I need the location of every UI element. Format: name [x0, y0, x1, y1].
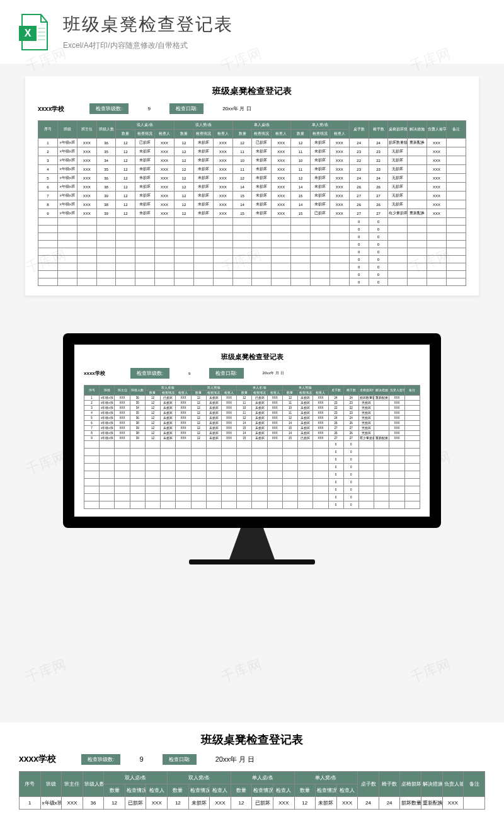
table-row: 5x年级x班XXX3612未损坏XXX12未损坏XXX12未损坏XXX12未损坏… — [84, 416, 420, 421]
table-row: 00 — [84, 471, 420, 479]
table-row: 8x年级x班XXX3812未损坏XXX12未损坏XXX14未损坏XXX14未损坏… — [84, 431, 420, 436]
table-row: 6x年级x班XXX3812未损坏XXX12未损坏XXX14未损坏XXX14未损坏… — [38, 183, 466, 192]
check-class-value: 9 — [127, 755, 156, 763]
table-row: 3x年级x班XXX3412未损坏XXX12未损坏XXX10未损坏XXX10未损坏… — [84, 406, 420, 411]
table-row: 00 — [84, 449, 420, 456]
check-date-value: 20xx年 月 日 — [250, 370, 297, 376]
excel-icon: X — [19, 13, 50, 51]
table-row: 5x年级x班XXX3612未损坏XXX12未损坏XXX12未损坏XXX12未损坏… — [38, 174, 466, 183]
school-name: xxxx学校 — [19, 753, 56, 765]
info-row: xxxx学校 检查班级数: 9 检查日期: 20xx年 月 日 — [84, 368, 420, 379]
table-row: 00 — [38, 248, 466, 256]
table-row: 00 — [38, 271, 466, 278]
table-row: 1x年级x班XXX3612已损坏XXX12未损坏XXX12已损坏XXX12未损坏… — [38, 139, 466, 147]
page-subtitle: Excel/A4打印/内容随意修改/自带格式 — [63, 40, 233, 51]
table-row: 7x年级x班XXX3912未损坏XXX12未损坏XXX15未损坏XXX15未损坏… — [38, 192, 466, 200]
table-row: 1x年级x班XXX3612已损坏XXX12未损坏XXX12已损坏XXX12未损坏… — [84, 396, 420, 401]
table-row: 00 — [84, 456, 420, 464]
check-date-badge: 检查日期: — [169, 103, 203, 114]
table-row: 2x年级x班XXX3512未损坏XXX12未损坏XXX11未损坏XXX11未损坏… — [84, 401, 420, 406]
check-date-value: 20xx年 月 日 — [210, 105, 263, 112]
table-row: 9x年级x班XXX3912未损坏XXX12未损坏XXX15未损坏XXX15已损坏… — [84, 436, 420, 441]
table-row: 00 — [84, 441, 420, 449]
table-row: 3x年级x班XXX3412未损坏XXX12未损坏XXX10未损坏XXX10未损坏… — [38, 156, 466, 165]
table-row: 00 — [84, 464, 420, 471]
svg-text:X: X — [25, 28, 32, 38]
watermark: 千库网 — [219, 655, 264, 687]
table-row: 00 — [38, 218, 466, 226]
main-table: 序号班级班主任班级人数双人桌/条双人凳/条单人桌/条单人凳/条桌子数椅子数桌椅损… — [38, 120, 466, 286]
table-row: 2x年级x班XXX3512未损坏XXX12未损坏XXX11未损坏XXX11未损坏… — [38, 147, 466, 156]
table-row: 4x年级x班XXX3512未损坏XXX12未损坏XXX11未损坏XXX11未损坏… — [84, 411, 420, 416]
check-date-badge: 检查日期: — [163, 754, 197, 765]
watermark: 千库网 — [23, 655, 69, 687]
table-row: 6x年级x班XXX3812未损坏XXX12未损坏XXX14未损坏XXX14未损坏… — [84, 421, 420, 426]
page-header: X 班级桌凳检查登记表 Excel/A4打印/内容随意修改/自带格式 — [0, 0, 504, 64]
doc-title: 班级桌凳检查登记表 — [84, 352, 420, 362]
table-row: 00 — [38, 226, 466, 233]
table-row: 9x年级x班XXX3912未损坏XXX12未损坏XXX15未损坏XXX15已损坏… — [38, 209, 466, 218]
check-class-value: 9 — [135, 106, 163, 112]
table-row: 1x年级x班XXX3612已损坏XXX12未损坏XXX12已损坏XXX12未损坏… — [20, 797, 485, 810]
table-row: 7x年级x班XXX3912未损坏XXX12未损坏XXX15未损坏XXX15未损坏… — [84, 426, 420, 431]
check-date-badge: 检查日期: — [209, 368, 243, 379]
bottom-preview: 班级桌凳检查登记表 xxxx学校 检查班级数: 9 检查日期: 20xx年 月 … — [0, 723, 504, 819]
check-class-value: 9 — [176, 372, 203, 375]
table-row: 00 — [38, 241, 466, 248]
table-row: 8x年级x班XXX3812未损坏XXX12未损坏XXX14未损坏XXX14未损坏… — [38, 200, 466, 209]
school-name: xxxx学校 — [38, 105, 64, 113]
table-row: 00 — [38, 263, 466, 271]
monitor-mockup: 班级桌凳检查登记表 xxxx学校 检查班级数: 9 检查日期: 20xx年 月 … — [0, 333, 504, 564]
top-preview-card: 班级桌凳检查登记表 xxxx学校 检查班级数: 9 检查日期: 20xx年 月 … — [25, 76, 479, 295]
table-row: 4x年级x班XXX3512未损坏XXX12未损坏XXX11未损坏XXX11未损坏… — [38, 165, 466, 174]
main-table: 序号班级班主任班级人数双人桌/条双人凳/条单人桌/条单人凳/条桌子数椅子数桌椅损… — [84, 385, 420, 509]
check-class-badge: 检查班级数: — [89, 103, 129, 114]
table-row: 00 — [38, 256, 466, 263]
doc-title: 班级桌凳检查登记表 — [19, 732, 485, 747]
doc-title: 班级桌凳检查登记表 — [38, 86, 466, 97]
table-row: 00 — [84, 494, 420, 501]
table-row: 00 — [38, 278, 466, 286]
info-row: xxxx学校 检查班级数: 9 检查日期: 20xx年 月 日 — [38, 103, 466, 114]
page-title: 班级桌凳检查登记表 — [63, 13, 233, 37]
check-class-badge: 检查班级数: — [81, 754, 120, 765]
main-table: 序号班级班主任班级人数双人桌/条双人凳/条单人桌/条单人凳/条桌子数椅子数桌椅损… — [19, 771, 485, 810]
check-class-badge: 检查班级数: — [130, 368, 169, 379]
table-row: 00 — [84, 479, 420, 486]
table-row: 00 — [84, 501, 420, 509]
info-row: xxxx学校 检查班级数: 9 检查日期: 20xx年 月 日 — [19, 753, 485, 765]
check-date-value: 20xx年 月 日 — [203, 755, 267, 764]
table-row: 00 — [38, 233, 466, 241]
table-row: 00 — [84, 486, 420, 494]
school-name: xxxx学校 — [84, 370, 105, 377]
watermark: 千库网 — [408, 655, 453, 687]
